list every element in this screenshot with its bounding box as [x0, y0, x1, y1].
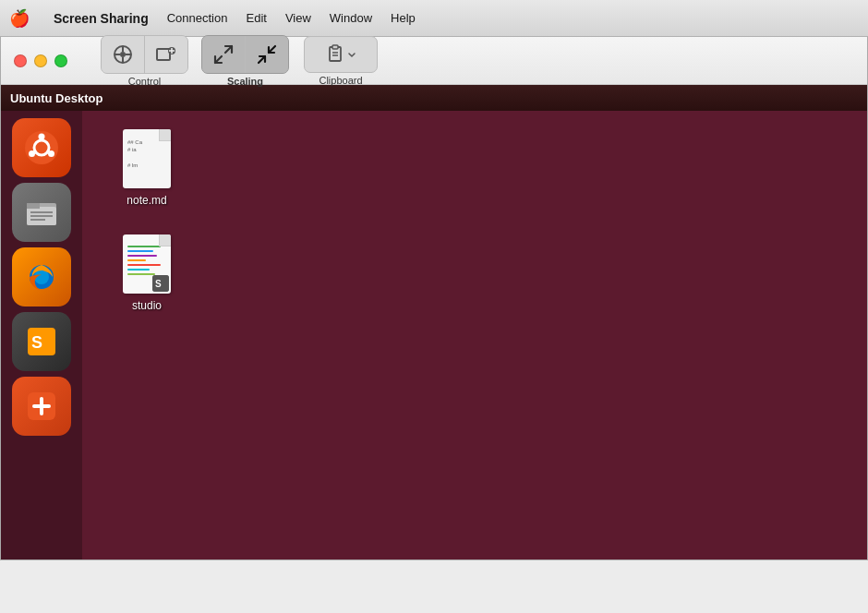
svg-rect-25: [27, 203, 40, 209]
desktop-files: ## Ca # ia # lm note.md: [82, 111, 867, 559]
control-button-pair[interactable]: [101, 35, 188, 74]
file-studio[interactable]: S studio: [110, 234, 184, 312]
dock-appcenter-icon[interactable]: [12, 377, 71, 436]
close-button[interactable]: [14, 54, 27, 67]
menu-window[interactable]: Window: [330, 11, 372, 25]
svg-point-1: [120, 52, 126, 57]
dock-firefox-icon[interactable]: [12, 247, 71, 306]
app-name[interactable]: Screen Sharing: [54, 11, 149, 26]
note-md-content: ## Ca # ia # lm: [127, 138, 166, 170]
scaling-button-pair[interactable]: [201, 35, 289, 74]
menu-help[interactable]: Help: [391, 11, 416, 25]
menu-edit[interactable]: Edit: [246, 11, 266, 25]
minimize-button[interactable]: [34, 54, 47, 67]
studio-corner-icon: S: [152, 275, 169, 292]
scaling-group: Scaling: [201, 35, 289, 87]
studio-label: studio: [132, 299, 162, 312]
clipboard-button[interactable]: [304, 36, 378, 73]
note-md-label: note.md: [127, 194, 166, 207]
clipboard-group: Clipboard: [304, 36, 378, 86]
svg-text:S: S: [31, 333, 42, 352]
svg-rect-6: [157, 49, 170, 60]
control-btn-1[interactable]: [102, 36, 144, 73]
dock-sublime-icon[interactable]: S: [12, 312, 71, 371]
dock-ubuntu-icon[interactable]: [12, 118, 71, 177]
apple-menu-icon[interactable]: 🍎: [9, 8, 30, 29]
dock-filemanager-icon[interactable]: [12, 183, 71, 242]
toolbar: Control: [86, 30, 854, 92]
svg-point-22: [29, 150, 35, 157]
control-label: Control: [128, 76, 161, 87]
desktop-area: S ## Ca # ia: [1, 111, 867, 559]
scaling-btn-expand[interactable]: [202, 36, 245, 73]
main-window: Control: [0, 37, 868, 560]
title-bar: Control: [1, 37, 867, 85]
maximize-button[interactable]: [54, 54, 67, 67]
clipboard-label: Clipboard: [319, 75, 362, 86]
ubuntu-title: Ubuntu Desktop: [10, 91, 102, 105]
file-note-md[interactable]: ## Ca # ia # lm note.md: [110, 129, 184, 207]
studio-lines: [127, 246, 166, 275]
svg-rect-28: [30, 219, 45, 221]
svg-rect-35: [40, 397, 43, 415]
svg-rect-15: [332, 45, 338, 49]
scaling-label: Scaling: [227, 76, 263, 87]
dock: S: [1, 111, 82, 559]
control-btn-2[interactable]: [145, 36, 187, 73]
svg-rect-27: [30, 215, 53, 217]
scaling-btn-collapse[interactable]: [246, 36, 288, 73]
svg-point-21: [48, 150, 54, 157]
studio-icon: S: [123, 234, 171, 294]
traffic-lights: [14, 54, 67, 67]
menu-connection[interactable]: Connection: [167, 11, 228, 25]
menu-view[interactable]: View: [285, 11, 311, 25]
control-group: Control: [101, 35, 188, 87]
svg-rect-26: [30, 211, 53, 213]
svg-text:S: S: [155, 279, 162, 289]
note-md-icon: ## Ca # ia # lm: [123, 129, 171, 188]
svg-point-20: [39, 134, 45, 140]
